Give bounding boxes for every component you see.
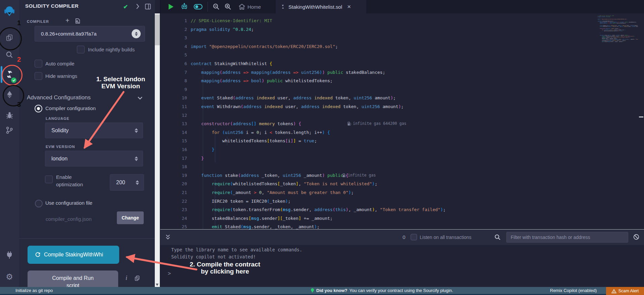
auto-compile-checkbox[interactable] [35,60,42,67]
scam-alert-label: Scam Alert [618,289,639,293]
listen-transactions-label: Listen on all transactions [420,235,471,240]
code-line: 9 [160,85,637,94]
compiler-configuration-radio[interactable] [35,105,42,112]
zoom-out-icon[interactable] [211,0,222,13]
terminal[interactable]: 0 Listen on all transactions Type the li… [160,229,644,287]
divider [208,2,208,12]
compiler-version-select[interactable]: 0.8.26+commit.8a97fa7a [35,26,145,42]
code-line: 24 stakedBalances[msg.sender][_token] +=… [160,214,637,223]
tab-label: StakingWithWhitelist.sol [288,4,342,10]
lightbulb-icon [311,288,314,293]
code-editor[interactable]: 1// SPDX-License-Identifier: MIT2pragma … [160,13,639,230]
code-line: 15 whitelistedTokens[tokens[i]] = true; [160,137,637,145]
remix-ide-window: ⚙ SOLIDITY COMPILER ✔ COMPILER + 0.8.26+… [0,0,644,295]
enable-optimization-checkbox[interactable] [45,176,53,183]
open-file-icon[interactable] [75,18,81,26]
scrollbar-down-arrow-icon[interactable] [156,284,158,286]
search-icon[interactable] [0,47,19,62]
copilot-toggle-icon[interactable] [192,0,204,13]
home-label: Home [247,4,261,10]
minimap-line: emit Staked(msg.sender, _token, _amount)… [598,41,638,42]
version-updown-icon [132,29,141,38]
ai-assistant-robot-icon[interactable] [179,0,190,13]
tab-stakingwithwhitelist[interactable]: StakingWithWhitelist.sol × [275,0,367,13]
listen-transactions-checkbox[interactable] [411,234,417,240]
tip-text: You can verify your contract using the S… [349,288,453,293]
git-icon[interactable] [0,122,19,138]
include-nightly-checkbox[interactable] [77,46,85,53]
file-explorer-icon[interactable] [0,30,19,46]
code-line: 1// SPDX-License-Identifier: MIT [160,16,637,25]
copy-icon[interactable] [134,275,140,283]
evm-version-value: london [45,156,67,162]
compiler-section-label: COMPILER [27,19,49,23]
pin-panel-icon[interactable] [145,3,151,11]
plugin-manager-icon[interactable] [0,247,19,263]
copilot-status[interactable]: Remix Copilot (enabled) [550,288,597,293]
home-tab[interactable]: Home [246,0,262,13]
auto-compile-label: Auto compile [45,61,75,66]
code-line: 3 [160,34,637,42]
refresh-icon [35,252,41,258]
compile-button[interactable]: Compile StakingWithWhi [28,246,119,264]
advanced-configurations-heading[interactable]: Advanced Configurations [27,94,91,101]
code-line: 19 function stake(address _token, uint25… [160,171,637,180]
code-line: 2pragma solidity ^0.8.24; [160,25,637,34]
code-line: 18 [160,162,637,171]
code-line: 4import "@openzeppelin/contracts/token/E… [160,42,637,51]
compiled-check-icon: ✔ [123,3,128,10]
compile-run-label-1: Compile and Run [52,275,94,282]
editor-scrollbar-marker[interactable] [639,116,643,117]
optimization-runs-value: 200 [110,180,125,186]
remix-logo-icon[interactable] [0,3,19,19]
optimization-runs-input[interactable]: 200 [110,174,144,191]
runs-stepper-icon[interactable] [136,180,139,185]
add-compiler-icon[interactable]: + [65,17,70,24]
info-icon[interactable]: i [126,275,127,282]
compile-button-label: Compile StakingWithWhi [44,252,103,258]
code-line: 17 } [160,154,637,163]
git-init-status[interactable]: Initialize as git repo [15,288,53,293]
hide-warnings-label: Hide warnings [45,73,77,79]
panel-scrollbar[interactable] [155,13,160,287]
code-line: 8 mapping(address => bool) public whitel… [160,77,637,85]
code-line: 7 mapping(address => mapping(address => … [160,68,637,77]
status-bar: Initialize as git repo Did you know? You… [0,287,644,294]
code-line: 10 event Staked(address indexed user, ad… [160,94,637,102]
terminal-search-icon[interactable] [494,234,501,242]
expand-terminal-icon[interactable] [165,234,171,242]
run-script-icon[interactable] [166,0,176,13]
did-you-know-tip: Did you know? You can verify your contra… [311,288,453,293]
deploy-run-icon[interactable] [0,87,19,102]
scrollbar-thumb[interactable] [155,14,160,45]
gas-estimate-widget: infinite gas [342,171,376,180]
scam-alert-badge[interactable]: Scam Alert [606,287,644,295]
code-line: 12 [160,111,637,120]
solidity-compiler-panel: SOLIDITY COMPILER ✔ COMPILER + 0.8.26+co… [19,0,155,287]
clear-console-icon[interactable] [633,234,640,242]
transaction-filter-input[interactable] [506,232,628,243]
hide-warnings-checkbox[interactable] [35,72,42,80]
divider [19,238,155,239]
compiler-configuration-label: Compiler configuration [45,105,96,111]
code-line: 20 require(whitelistedTokens[_token], "T… [160,180,637,188]
debugger-icon[interactable] [0,107,19,123]
chevron-right-icon[interactable] [135,3,141,11]
settings-gear-icon[interactable]: ⚙ [0,269,19,285]
solidity-file-icon [280,4,285,9]
evm-version-label: EVM VERSION [46,145,75,149]
language-select[interactable]: Solidity [45,122,143,138]
editor-toolbar: Home StakingWithWhitelist.sol × [160,0,644,13]
home-icon[interactable] [237,0,246,13]
minimap[interactable]: // SPDX-License-Identifier: MITpragma so… [598,15,638,42]
use-configuration-file-radio[interactable] [35,200,43,207]
chevron-down-icon[interactable] [137,95,143,102]
compiler-version-value: 0.8.26+commit.8a97fa7a [35,31,97,37]
terminal-prompt[interactable]: > [168,271,171,277]
change-config-button[interactable]: Change [117,211,144,224]
config-file-name[interactable]: compiler_config.json [46,216,92,222]
code-line: 25 emit Staked(msg.sender, _token, _amou… [160,223,637,230]
tab-close-icon[interactable]: × [347,3,351,10]
zoom-in-icon[interactable] [223,0,233,13]
evm-version-select[interactable]: london [45,151,143,166]
